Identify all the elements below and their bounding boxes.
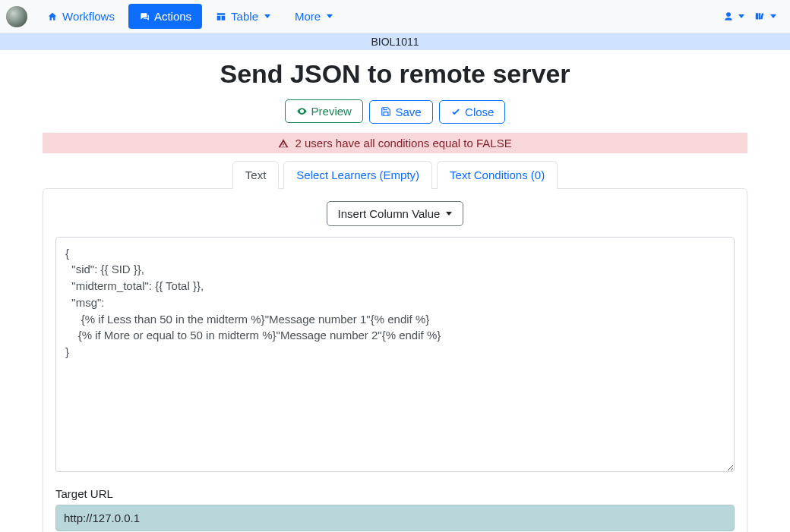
target-url-input[interactable] xyxy=(55,505,735,531)
json-body-editor[interactable] xyxy=(55,237,735,472)
context-label: BIOL1011 xyxy=(371,36,419,48)
tab-text-label: Text xyxy=(245,168,267,181)
user-icon xyxy=(723,11,734,22)
tab-text-conditions-label: Text Conditions (0) xyxy=(450,168,545,181)
insert-column-label: Insert Column Value xyxy=(338,207,441,220)
caret-down-icon xyxy=(738,14,744,18)
caret-down-icon xyxy=(264,14,270,18)
preview-button[interactable]: Preview xyxy=(285,99,363,123)
alert-banner: 2 users have all conditions equal to FAL… xyxy=(43,133,747,153)
target-url-label: Target URL xyxy=(55,487,735,500)
tab-bar: Text Select Learners (Empty) Text Condit… xyxy=(0,161,790,189)
warning-icon xyxy=(278,138,289,149)
top-navbar: Workflows Actions Table More xyxy=(0,0,790,33)
nav-actions-label: Actions xyxy=(154,10,191,23)
page-title: Send JSON to remote server xyxy=(0,59,790,89)
nav-workflows[interactable]: Workflows xyxy=(36,4,125,29)
editor-card: Insert Column Value Target URL xyxy=(43,188,747,533)
navbar-left: Workflows Actions Table More xyxy=(6,4,343,29)
nav-table-label: Table xyxy=(231,10,258,23)
save-icon xyxy=(381,106,391,117)
tab-text[interactable]: Text xyxy=(232,161,280,189)
insert-column-dropdown[interactable]: Insert Column Value xyxy=(327,201,464,226)
eye-icon xyxy=(296,105,308,117)
close-label: Close xyxy=(465,105,494,118)
context-bar: BIOL1011 xyxy=(0,33,790,50)
save-button[interactable]: Save xyxy=(369,100,432,124)
tab-text-conditions[interactable]: Text Conditions (0) xyxy=(437,161,558,189)
tab-select-learners[interactable]: Select Learners (Empty) xyxy=(283,161,432,189)
app-logo[interactable] xyxy=(6,6,27,27)
check-icon xyxy=(450,106,461,117)
caret-down-icon xyxy=(770,14,776,18)
nav-more-label: More xyxy=(295,10,321,23)
preview-label: Preview xyxy=(311,105,352,118)
table-icon xyxy=(216,11,226,22)
comments-icon xyxy=(139,11,150,22)
close-button[interactable]: Close xyxy=(439,100,505,124)
tab-select-learners-label: Select Learners (Empty) xyxy=(296,168,419,181)
navbar-right xyxy=(723,11,784,22)
books-menu[interactable] xyxy=(754,11,776,22)
book-icon xyxy=(754,11,766,22)
user-menu[interactable] xyxy=(723,11,744,22)
home-icon xyxy=(47,11,58,22)
nav-actions[interactable]: Actions xyxy=(128,4,202,29)
nav-more[interactable]: More xyxy=(284,4,343,29)
nav-workflows-label: Workflows xyxy=(62,10,115,23)
nav-table[interactable]: Table xyxy=(205,4,281,29)
caret-down-icon xyxy=(327,14,333,18)
save-label: Save xyxy=(395,105,421,118)
action-buttons: Preview Save Close xyxy=(0,99,790,124)
caret-down-icon xyxy=(446,212,452,216)
alert-text: 2 users have all conditions equal to FAL… xyxy=(295,137,511,150)
